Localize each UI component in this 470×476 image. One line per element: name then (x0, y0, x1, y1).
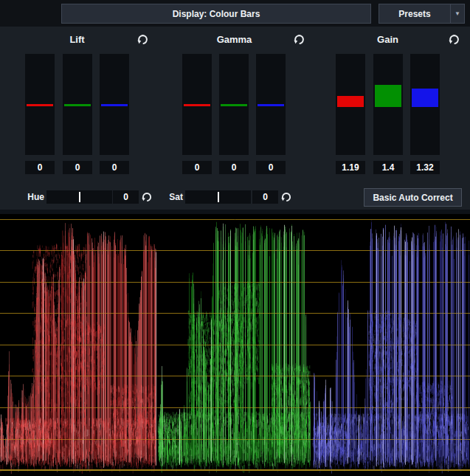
gamma-green-value[interactable]: 0 (219, 161, 249, 174)
gain-red-handle[interactable] (337, 96, 364, 107)
lift-reset-icon[interactable] (136, 33, 149, 46)
lift-section-label: Lift (25, 34, 129, 45)
gain-green-value[interactable]: 1.4 (373, 161, 403, 174)
rgb-waveform-display (0, 210, 470, 476)
gamma-blue-value[interactable]: 0 (256, 161, 286, 174)
basic-auto-correct-button[interactable]: Basic Auto Correct (364, 188, 462, 207)
gain-red-value[interactable]: 1.19 (336, 161, 365, 174)
gamma-blue-handle[interactable] (258, 104, 284, 106)
gain-blue-slider[interactable] (410, 54, 440, 155)
hue-value[interactable]: 0 (113, 190, 139, 204)
lift-red-handle[interactable] (27, 104, 53, 106)
lift-blue-slider[interactable] (100, 54, 129, 155)
gain-green-slider[interactable] (373, 54, 403, 155)
hue-slider[interactable] (46, 190, 112, 204)
lift-green-slider[interactable] (63, 54, 92, 155)
waveform-canvas (0, 210, 470, 476)
sat-slider[interactable] (185, 190, 251, 204)
presets-button[interactable]: Presets ▼ (379, 4, 465, 24)
lift-blue-handle[interactable] (101, 104, 128, 106)
gamma-red-handle[interactable] (184, 104, 210, 106)
gain-blue-value[interactable]: 1.32 (410, 161, 440, 174)
lift-red-slider[interactable] (25, 54, 55, 155)
lift-red-value[interactable]: 0 (25, 161, 55, 174)
top-bar: Display: Colour Bars Presets ▼ (0, 0, 470, 27)
sat-slider-marker[interactable] (218, 192, 219, 202)
gain-blue-handle[interactable] (412, 89, 438, 107)
sat-label: Sat (162, 190, 183, 204)
gain-red-slider[interactable] (336, 54, 365, 155)
hue-slider-marker[interactable] (79, 192, 80, 202)
gamma-section-label: Gamma (182, 34, 286, 45)
hue-label: Hue (22, 190, 44, 204)
sat-reset-icon[interactable] (280, 191, 292, 203)
chevron-down-icon[interactable]: ▼ (451, 10, 464, 17)
hue-reset-icon[interactable] (141, 191, 153, 203)
gain-reset-icon[interactable] (448, 33, 460, 46)
lift-blue-value[interactable]: 0 (100, 161, 129, 174)
gamma-green-handle[interactable] (221, 104, 247, 106)
gamma-red-slider[interactable] (182, 54, 212, 155)
gain-green-handle[interactable] (375, 85, 401, 107)
lift-green-value[interactable]: 0 (63, 161, 92, 174)
sat-value[interactable]: 0 (252, 190, 278, 204)
gamma-green-slider[interactable] (219, 54, 249, 155)
presets-label: Presets (379, 9, 450, 19)
gain-section-label: Gain (336, 34, 440, 45)
gamma-reset-icon[interactable] (293, 33, 305, 46)
lift-green-handle[interactable] (64, 104, 91, 106)
gamma-blue-slider[interactable] (256, 54, 286, 155)
gamma-red-value[interactable]: 0 (182, 161, 212, 174)
display-mode-button[interactable]: Display: Colour Bars (61, 4, 371, 24)
colour-correction-panel: Display: Colour Bars Presets ▼ Lift 0 0 … (0, 0, 470, 476)
